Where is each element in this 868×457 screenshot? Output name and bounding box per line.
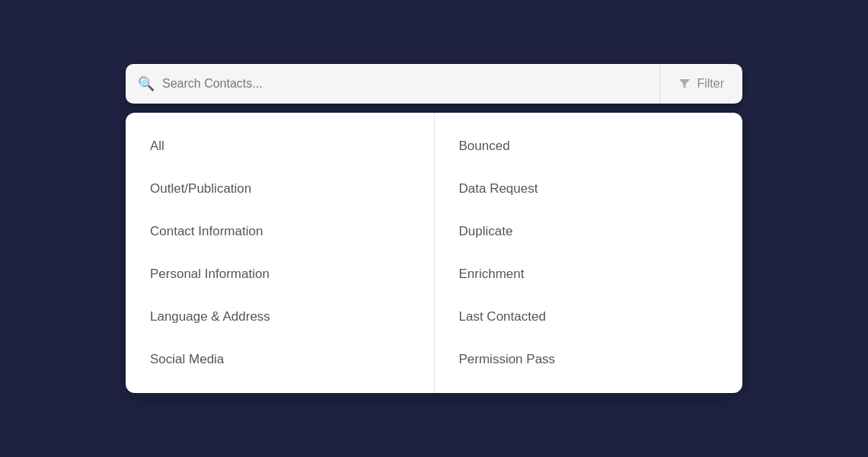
filter-icon: [678, 78, 691, 90]
filter-label: Filter: [697, 77, 724, 91]
dropdown-item-social-media[interactable]: Social Media: [126, 338, 434, 381]
dropdown-columns: AllOutlet/PublicationContact Information…: [126, 113, 742, 393]
dropdown-item-permission-pass[interactable]: Permission Pass: [435, 338, 743, 381]
dropdown-item-outlet-publication[interactable]: Outlet/Publication: [126, 168, 434, 210]
dropdown-item-last-contacted[interactable]: Last Contacted: [435, 296, 743, 338]
dropdown-item-enrichment[interactable]: Enrichment: [435, 253, 743, 296]
main-container: 🔍 Filter AllOutlet/PublicationContact In…: [126, 64, 742, 393]
dropdown-item-all[interactable]: All: [126, 125, 434, 168]
dropdown-item-duplicate[interactable]: Duplicate: [435, 210, 743, 253]
search-bar-container: 🔍 Filter: [126, 64, 742, 104]
dropdown-panel: AllOutlet/PublicationContact Information…: [126, 113, 742, 393]
right-column: BouncedData RequestDuplicateEnrichmentLa…: [435, 113, 743, 393]
left-column: AllOutlet/PublicationContact Information…: [126, 113, 435, 393]
dropdown-item-data-request[interactable]: Data Request: [435, 168, 743, 210]
dropdown-item-personal-information[interactable]: Personal Information: [126, 253, 434, 296]
search-input[interactable]: [162, 77, 647, 91]
dropdown-item-language-address[interactable]: Language & Address: [126, 296, 434, 338]
dropdown-item-contact-information[interactable]: Contact Information: [126, 210, 434, 253]
search-icon: 🔍: [138, 75, 155, 92]
search-input-wrapper: 🔍: [126, 64, 659, 104]
filter-button[interactable]: Filter: [659, 64, 742, 104]
dropdown-item-bounced[interactable]: Bounced: [435, 125, 743, 168]
